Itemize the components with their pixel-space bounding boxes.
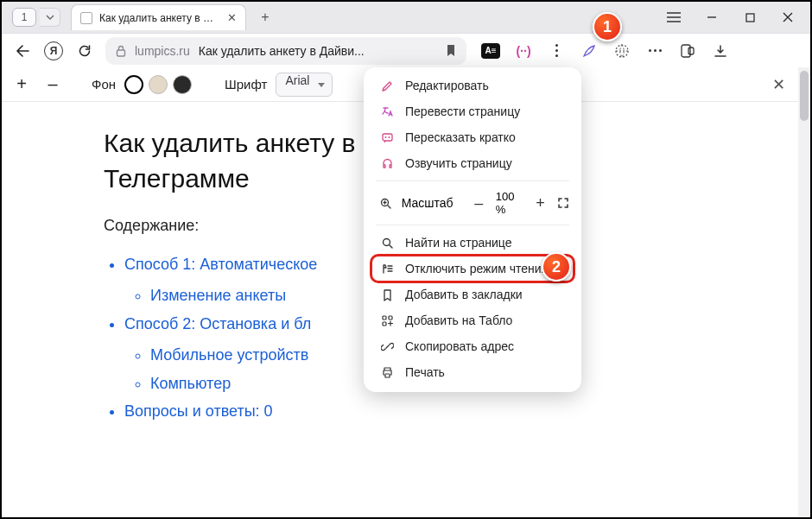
feather-button[interactable]: [574, 37, 605, 65]
menu-label: Добавить в закладки: [405, 288, 523, 301]
font-size-decrease[interactable]: –: [41, 73, 64, 96]
menu-label: Озвучить страницу: [405, 156, 512, 170]
svg-point-6: [384, 136, 386, 138]
zoom-in[interactable]: +: [532, 194, 549, 212]
bg-white[interactable]: [124, 75, 143, 94]
toolbar: Я lumpics.ru Как удалить анкету в Дайви.…: [2, 33, 810, 67]
tablo-icon: [379, 314, 395, 327]
active-tab[interactable]: Как удалить анкету в Д… ✕: [71, 4, 246, 30]
menu-label: Редактировать: [405, 79, 489, 92]
bookmark-icon[interactable]: [446, 44, 456, 57]
toc-link[interactable]: Мобильное устройств: [150, 346, 308, 364]
downloads-button[interactable]: [705, 37, 736, 65]
print-icon: [379, 366, 395, 379]
menu-bookmark[interactable]: Добавить в закладки: [364, 282, 581, 307]
font-size-increase[interactable]: +: [10, 73, 33, 96]
list-item: Вопросы и ответы: 0: [124, 397, 762, 425]
reader-close-button[interactable]: ✕: [767, 73, 790, 96]
zoom-value: 100 %: [496, 190, 523, 216]
url-domain: lumpics.ru: [135, 44, 190, 58]
svg-rect-5: [383, 134, 392, 141]
ya-logo-icon: Я: [44, 41, 63, 60]
tab-history-dropdown[interactable]: [40, 8, 60, 27]
svg-rect-4: [688, 47, 694, 54]
zoom-out[interactable]: –: [471, 194, 487, 212]
menu-label: Пересказать кратко: [405, 130, 516, 144]
titlebar: 1 Как удалить анкету в Д… ✕ +: [2, 2, 810, 33]
menu-translate[interactable]: Перевести страницу: [364, 98, 581, 124]
bg-sepia[interactable]: [149, 75, 168, 94]
alice-button[interactable]: (··): [508, 37, 539, 65]
svg-rect-10: [383, 316, 386, 320]
svg-rect-0: [746, 14, 754, 22]
download-icon: [714, 44, 727, 58]
menu-copy-url[interactable]: Скопировать адрес: [364, 333, 581, 359]
more-button[interactable]: [639, 37, 670, 65]
alice-icon: (··): [516, 44, 530, 58]
menu-summarize[interactable]: Пересказать кратко: [364, 124, 581, 150]
menu-label: Найти на странице: [405, 236, 511, 250]
translate-icon: [379, 105, 395, 118]
window-close[interactable]: [769, 3, 807, 31]
zoom-fullscreen[interactable]: [557, 197, 569, 209]
bookmark-add-icon: [379, 288, 395, 301]
menu-print[interactable]: Печать: [364, 359, 581, 385]
menu-label: Перевести страницу: [405, 104, 520, 118]
bg-dark[interactable]: [173, 75, 192, 94]
pencil-icon: [379, 79, 395, 92]
window-controls: [655, 2, 807, 33]
page-actions-menu: Редактировать Перевести страницу Переска…: [364, 67, 581, 392]
menu-find[interactable]: Найти на странице: [364, 230, 581, 256]
scrollbar-thumb[interactable]: [800, 71, 809, 121]
menu-label: Скопировать адрес: [405, 339, 514, 353]
font-select[interactable]: Arial: [276, 73, 333, 97]
toc-link[interactable]: Компьютер: [150, 375, 231, 392]
tab-counter[interactable]: 1: [12, 8, 36, 27]
more-icon: [649, 49, 662, 52]
annotation-badge-1: 1: [593, 12, 622, 41]
globe-icon: [614, 43, 630, 59]
reader-icon: A≡: [481, 43, 500, 59]
headphones-icon: [379, 157, 395, 170]
summarize-icon: [379, 131, 395, 144]
extensions-button[interactable]: [672, 37, 703, 65]
lock-icon: [116, 45, 126, 57]
menu-add-tablo[interactable]: Добавить на Табло: [364, 307, 581, 333]
window-maximize[interactable]: [731, 3, 769, 31]
toc-link[interactable]: Вопросы и ответы: 0: [124, 402, 273, 420]
toc-link[interactable]: Изменение анкеты: [150, 287, 286, 304]
address-bar[interactable]: lumpics.ru Как удалить анкету в Дайви...: [105, 37, 466, 65]
tab-title: Как удалить анкету в Д…: [99, 12, 220, 24]
feather-icon: [581, 43, 597, 59]
svg-rect-1: [117, 50, 125, 56]
home-button[interactable]: Я: [40, 37, 67, 65]
tab-close-icon[interactable]: ✕: [227, 11, 237, 24]
vertical-scrollbar[interactable]: [798, 67, 810, 517]
menu-zoom: Масштаб – 100 % +: [364, 186, 581, 220]
extensions-icon: [680, 43, 695, 59]
background-swatches: [124, 75, 192, 94]
zoom-label: Масштаб: [402, 196, 454, 210]
search-icon: [379, 237, 395, 250]
toc-link[interactable]: Способ 2: Остановка и бл: [124, 315, 311, 332]
reader-off-icon: [379, 263, 395, 275]
svg-point-2: [616, 45, 628, 57]
page-actions-button[interactable]: [541, 37, 572, 65]
background-label: Фон: [92, 77, 116, 92]
menu-voice[interactable]: Озвучить страницу: [364, 150, 581, 176]
menu-label: Печать: [405, 365, 445, 379]
reader-mode-button[interactable]: A≡: [475, 37, 506, 65]
window-minimize[interactable]: [693, 3, 731, 31]
new-tab-button[interactable]: +: [253, 5, 277, 29]
menu-edit[interactable]: Редактировать: [364, 73, 581, 98]
svg-rect-12: [383, 322, 386, 326]
svg-point-9: [383, 238, 390, 245]
menu-label: Отключить режим чтения: [405, 262, 548, 275]
toc-link[interactable]: Способ 1: Автоматическое: [124, 256, 317, 273]
browser-menu-button[interactable]: [655, 3, 693, 31]
svg-point-7: [388, 136, 390, 138]
zoom-icon: [379, 197, 393, 210]
back-button[interactable]: [9, 37, 36, 65]
kebab-icon: [555, 44, 558, 57]
reload-button[interactable]: [71, 37, 98, 65]
